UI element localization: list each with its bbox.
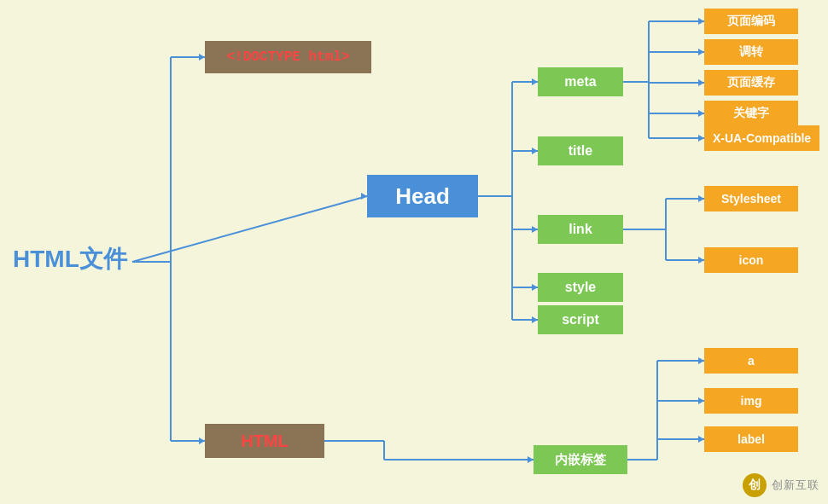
leaf-cache: 页面缓存 (704, 70, 798, 96)
inline-tag-node: 内嵌标签 (534, 445, 627, 474)
head-node: Head (367, 175, 478, 217)
svg-marker-53 (698, 397, 704, 404)
svg-marker-55 (698, 436, 704, 443)
doctype-node: <!DOCTYPE html> (205, 41, 371, 73)
html-node: HTML (205, 424, 324, 458)
leaf-xuac: X-UA-Compatible (704, 125, 819, 151)
svg-line-8 (132, 196, 367, 262)
link-node: link (538, 215, 623, 244)
svg-marker-9 (361, 193, 367, 200)
svg-marker-40 (698, 195, 704, 202)
svg-marker-42 (698, 257, 704, 264)
svg-marker-29 (698, 49, 704, 55)
svg-marker-47 (528, 456, 534, 463)
svg-marker-21 (532, 316, 538, 323)
script-node: script (538, 305, 623, 334)
leaf-icon: icon (704, 247, 798, 273)
watermark: 创 创新互联 (743, 473, 819, 497)
meta-node: meta (538, 67, 623, 96)
leaf-stylesheet: Stylesheet (704, 186, 798, 211)
watermark-text: 创新互联 (772, 478, 819, 493)
leaf-img: img (704, 388, 798, 414)
watermark-logo: 创 (743, 473, 767, 497)
html-file-node: HTML文件 (13, 243, 127, 275)
svg-marker-33 (698, 110, 704, 117)
leaf-redirect: 调转 (704, 39, 798, 65)
svg-marker-51 (698, 357, 704, 364)
leaf-label: label (704, 426, 798, 452)
style-node: style (538, 273, 623, 302)
svg-marker-17 (532, 226, 538, 233)
leaf-a: a (704, 348, 798, 374)
svg-marker-27 (698, 18, 704, 25)
title-node: title (538, 136, 623, 165)
svg-marker-35 (698, 135, 704, 142)
svg-marker-13 (532, 78, 538, 85)
leaf-encoding: 页面编码 (704, 9, 798, 34)
svg-marker-3 (199, 54, 205, 61)
svg-marker-7 (199, 437, 205, 444)
svg-marker-31 (698, 79, 704, 86)
svg-marker-19 (532, 284, 538, 291)
svg-marker-15 (532, 148, 538, 154)
leaf-keyword: 关键字 (704, 101, 798, 126)
